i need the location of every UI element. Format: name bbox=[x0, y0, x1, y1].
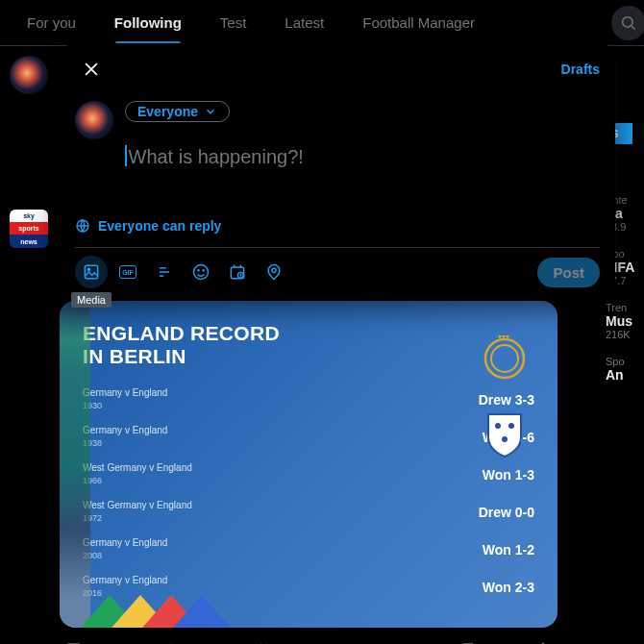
chevron-down-icon bbox=[204, 105, 217, 118]
card-title-2: IN BERLIN bbox=[83, 345, 186, 367]
record-row: Germany v England1930Drew 3-3 bbox=[83, 387, 534, 411]
audience-selector[interactable]: Everyone bbox=[125, 101, 230, 122]
emoji-button[interactable] bbox=[185, 256, 217, 288]
card-title-1: ENGLAND RECORD bbox=[83, 322, 280, 344]
search-button[interactable] bbox=[611, 6, 644, 40]
compose-placeholder: What is happening?! bbox=[129, 146, 304, 167]
record-rows: Germany v England1930Drew 3-3Germany v E… bbox=[83, 387, 534, 599]
germany-crest-icon bbox=[479, 330, 531, 382]
tab-test[interactable]: Test bbox=[201, 0, 266, 45]
svg-point-4 bbox=[495, 423, 501, 429]
image-icon bbox=[82, 262, 101, 282]
audience-label: Everyone bbox=[137, 104, 198, 119]
record-row: West Germany v England1972Drew 0-0 bbox=[83, 500, 534, 524]
gif-icon: GIF bbox=[119, 265, 136, 279]
location-icon bbox=[264, 262, 284, 282]
poll-button[interactable] bbox=[148, 256, 181, 288]
poll-icon bbox=[155, 262, 174, 282]
close-icon bbox=[82, 60, 101, 79]
compose-text-input[interactable]: What is happening?! bbox=[125, 145, 600, 212]
svg-point-16 bbox=[198, 270, 199, 271]
gif-button[interactable]: GIF bbox=[111, 256, 144, 288]
drafts-button[interactable]: Drafts bbox=[561, 62, 600, 77]
trend-item[interactable]: TrenMus216K bbox=[606, 298, 644, 344]
schedule-icon bbox=[228, 262, 247, 282]
globe-icon bbox=[75, 218, 90, 234]
emoji-icon bbox=[191, 262, 211, 282]
post-button[interactable]: Post bbox=[537, 258, 600, 287]
svg-rect-10 bbox=[85, 265, 97, 278]
tab-latest[interactable]: Latest bbox=[265, 0, 343, 45]
media-button[interactable]: Media bbox=[75, 256, 108, 288]
record-row: Germany v England2008Won 1-2 bbox=[83, 537, 534, 561]
location-button[interactable] bbox=[258, 256, 290, 288]
svg-point-17 bbox=[203, 270, 204, 271]
svg-point-15 bbox=[194, 265, 209, 280]
reply-settings-label: Everyone can reply bbox=[98, 218, 221, 234]
tab-football-manager[interactable]: Football Manager bbox=[343, 0, 494, 45]
svg-line-1 bbox=[632, 26, 635, 30]
svg-point-11 bbox=[87, 268, 90, 271]
schedule-button[interactable] bbox=[221, 256, 254, 288]
search-icon bbox=[620, 14, 637, 32]
svg-point-5 bbox=[508, 423, 514, 429]
record-row: West Germany v England1966Won 1-3 bbox=[83, 462, 534, 486]
avatar-sky-sports[interactable]: skysportsnews bbox=[10, 210, 48, 248]
trend-item[interactable]: SpoAn bbox=[606, 352, 644, 386]
timeline-tabs: For you Following Test Latest Football M… bbox=[0, 0, 644, 46]
svg-point-20 bbox=[272, 268, 276, 272]
svg-point-3 bbox=[491, 345, 518, 372]
media-tooltip: Media bbox=[71, 292, 111, 308]
svg-point-6 bbox=[502, 436, 508, 442]
svg-point-0 bbox=[623, 17, 633, 28]
england-crest-icon bbox=[479, 409, 531, 460]
tab-following[interactable]: Following bbox=[95, 0, 201, 45]
record-row: Germany v England1938Won 3-6 bbox=[83, 425, 534, 449]
compose-avatar[interactable] bbox=[75, 101, 113, 139]
tab-for-you[interactable]: For you bbox=[8, 0, 95, 45]
post-image[interactable]: ENGLAND RECORD IN BERLIN Germany v Engla… bbox=[60, 301, 557, 628]
avatar[interactable] bbox=[10, 56, 48, 94]
post-actions: 40 38 328 47K bbox=[60, 628, 557, 644]
reply-settings-button[interactable]: Everyone can reply bbox=[60, 214, 615, 247]
compose-modal: Drafts Everyone What is happening?! Ever… bbox=[60, 43, 615, 298]
close-button[interactable] bbox=[75, 53, 108, 86]
